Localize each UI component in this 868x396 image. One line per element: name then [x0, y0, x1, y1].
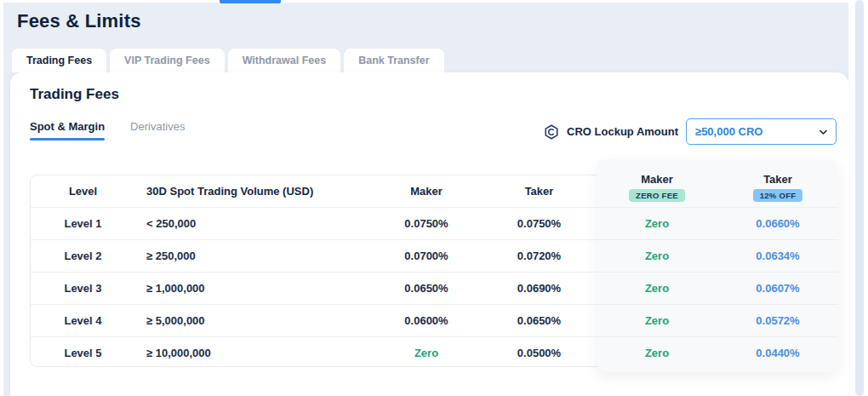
cell-level: Level 1: [30, 208, 136, 239]
cell-level: Level 2: [30, 240, 136, 272]
cell-level: Level 3: [30, 273, 136, 304]
cell-volume: ≥ 10,000,000: [136, 337, 371, 369]
table-row: Level 1 < 250,000 0.0750% 0.0750% Zero 0…: [30, 207, 838, 239]
cro-lockup-selected-value: ≥50,000 CRO: [695, 125, 762, 138]
subtab-spot-margin[interactable]: Spot & Margin: [30, 120, 105, 141]
fees-table: Level 30D Spot Trading Volume (USD) Make…: [30, 175, 838, 369]
lockup-taker-label: Taker: [763, 173, 792, 186]
tab-trading-fees[interactable]: Trading Fees: [12, 49, 106, 72]
cell-maker: 0.0750%: [371, 208, 482, 239]
table-grid: Level 30D Spot Trading Volume (USD) Make…: [30, 175, 838, 369]
card-heading: Trading Fees: [30, 86, 119, 103]
table-row: Level 3 ≥ 1,000,000 0.0650% 0.0690% Zero…: [30, 272, 838, 304]
tab-withdrawal-fees[interactable]: Withdrawal Fees: [228, 49, 341, 72]
header-volume: 30D Spot Trading Volume (USD): [136, 175, 371, 207]
cell-taker: 0.0720%: [482, 240, 597, 272]
fees-tab-bar: Trading Fees VIP Trading Fees Withdrawal…: [12, 49, 444, 72]
cell-maker: 0.0700%: [371, 240, 482, 272]
cell-lockup-taker: 0.0572%: [717, 305, 838, 336]
cell-lockup-maker: Zero: [597, 208, 717, 239]
trading-fees-card: Trading Fees Spot & Margin Derivatives C…: [10, 72, 848, 396]
cell-taker: 0.0690%: [482, 273, 597, 304]
cell-level: Level 5: [30, 337, 136, 369]
vertical-scrollbar[interactable]: [855, 0, 864, 396]
table-row: Level 2 ≥ 250,000 0.0700% 0.0720% Zero 0…: [30, 239, 838, 272]
cell-maker: 0.0600%: [371, 305, 482, 336]
lockup-maker-label: Maker: [641, 173, 673, 186]
table-header-row: Level 30D Spot Trading Volume (USD) Make…: [30, 175, 838, 207]
cell-maker: Zero: [371, 337, 482, 369]
cell-maker: 0.0650%: [371, 273, 482, 304]
subtab-derivatives[interactable]: Derivatives: [130, 120, 185, 141]
cell-level: Level 4: [30, 305, 136, 336]
cell-volume: ≥ 1,000,000: [136, 273, 371, 304]
tab-vip-trading-fees[interactable]: VIP Trading Fees: [110, 49, 225, 72]
table-row: Level 5 ≥ 10,000,000 Zero 0.0500% Zero 0…: [30, 336, 838, 369]
cell-taker: 0.0500%: [482, 337, 597, 369]
cell-taker: 0.0750%: [482, 208, 597, 239]
page-title: Fees & Limits: [17, 10, 141, 32]
tab-bank-transfer[interactable]: Bank Transfer: [344, 49, 443, 72]
cro-lockup-dropdown[interactable]: ≥50,000 CRO: [686, 118, 837, 145]
cell-volume: ≥ 250,000: [136, 240, 371, 272]
cro-lockup-label: CRO Lockup Amount: [567, 125, 678, 138]
cell-lockup-taker: 0.0634%: [717, 240, 838, 272]
discount-badge: 12% OFF: [753, 189, 803, 203]
cell-volume: < 250,000: [136, 208, 371, 239]
header-level: Level: [30, 175, 136, 207]
zero-fee-badge: ZERO FEE: [629, 189, 685, 203]
cell-lockup-maker: Zero: [597, 240, 717, 272]
cell-volume: ≥ 5,000,000: [136, 305, 371, 336]
cell-lockup-maker: Zero: [597, 337, 717, 369]
table-row: Level 4 ≥ 5,000,000 0.0600% 0.0650% Zero…: [30, 304, 838, 336]
header-lockup-taker: Taker 12% OFF: [717, 171, 838, 204]
top-tab-indicator: [220, 0, 281, 3]
market-subtabs: Spot & Margin Derivatives: [30, 120, 185, 141]
chevron-down-icon: [819, 129, 827, 135]
header-maker: Maker: [371, 175, 482, 207]
cell-lockup-taker: 0.0440%: [717, 337, 838, 369]
cell-lockup-taker: 0.0660%: [717, 208, 838, 239]
cell-taker: 0.0650%: [482, 305, 597, 336]
cell-lockup-taker: 0.0607%: [717, 273, 838, 304]
header-taker: Taker: [482, 175, 597, 207]
cro-hexagon-icon: [544, 124, 559, 140]
cro-lockup-control: CRO Lockup Amount ≥50,000 CRO: [544, 118, 837, 145]
cell-lockup-maker: Zero: [597, 273, 717, 304]
header-lockup-maker: Maker ZERO FEE: [597, 171, 717, 204]
cell-lockup-maker: Zero: [597, 305, 717, 336]
